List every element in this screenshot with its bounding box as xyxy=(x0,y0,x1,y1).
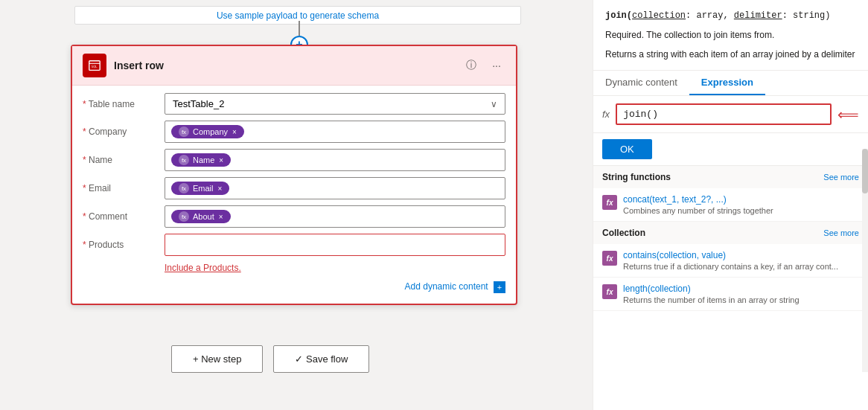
func-name-doc: join( xyxy=(605,10,632,21)
func-colon2: : string) xyxy=(782,10,831,21)
email-label: * Email xyxy=(83,183,165,193)
chevron-down-icon: ∨ xyxy=(491,99,497,109)
email-wrapper: fx Email × xyxy=(165,177,505,199)
svg-text:SQL: SQL xyxy=(92,65,98,68)
expression-input[interactable] xyxy=(616,103,832,125)
name-tag-label: Name xyxy=(193,156,214,164)
func-param2: delimiter xyxy=(734,10,782,21)
tab-dynamic-label: Dynamic content xyxy=(605,77,677,88)
func-desc1: Required. The collection to join items f… xyxy=(605,28,856,42)
tab-expression-label: Expression xyxy=(701,77,753,88)
bottom-buttons: + New step ✓ Save flow xyxy=(171,345,369,373)
tag-fx-icon-4: fx xyxy=(179,211,189,222)
table-name-value: TestTable_2 xyxy=(173,98,224,109)
add-dynamic-link[interactable]: Add dynamic content + xyxy=(405,281,505,292)
name-row: * Name fx Name × xyxy=(83,149,505,171)
contains-name: contains(collection, value) xyxy=(623,250,838,260)
email-tag-label: Email xyxy=(193,184,214,193)
length-info: length(collection) Returns the number of… xyxy=(623,284,800,304)
right-panel: join(collection: array, delimiter: strin… xyxy=(593,0,868,410)
add-dynamic-plus-icon: + xyxy=(494,281,505,293)
concat-function-item[interactable]: fx concat(text_1, text_2?, ...) Combines… xyxy=(593,188,868,222)
sql-svg: SQL xyxy=(88,59,101,72)
string-functions-header: String functions See more xyxy=(593,166,868,188)
info-button[interactable]: ⓘ xyxy=(462,57,480,74)
name-input[interactable]: fx Name × xyxy=(165,149,505,171)
length-desc: Returns the number of items in an array … xyxy=(623,295,800,304)
length-function-item[interactable]: fx length(collection) Returns the number… xyxy=(593,278,868,311)
name-tag: fx Name × xyxy=(171,153,231,167)
contains-fx-icon: fx xyxy=(602,251,617,266)
concat-name: concat(text_1, text_2?, ...) xyxy=(623,194,773,205)
func-colon1: : array, xyxy=(686,10,734,21)
include-products-link[interactable]: Include a Products. xyxy=(165,263,241,273)
comment-wrapper: fx About × xyxy=(165,205,505,228)
table-name-select[interactable]: TestTable_2 ∨ xyxy=(165,93,505,115)
email-row: * Email fx Email × xyxy=(83,177,505,199)
left-panel: Use sample payload to generate schema + … xyxy=(0,0,593,410)
table-name-label: * Table name xyxy=(83,99,165,109)
length-name: length(collection) xyxy=(623,284,800,294)
comment-tag: fx About × xyxy=(171,210,231,223)
length-fx-icon: fx xyxy=(602,284,617,299)
products-row: * Products xyxy=(83,234,505,256)
tag-fx-icon-2: fx xyxy=(179,155,189,165)
sample-payload-link[interactable]: Use sample payload to generate schema xyxy=(217,10,379,21)
tab-bar: Dynamic content Expression xyxy=(593,71,868,96)
company-input[interactable]: fx Company × xyxy=(165,121,505,143)
card-header: SQL Insert row ⓘ ··· xyxy=(72,46,516,86)
more-button[interactable]: ··· xyxy=(488,57,505,74)
ok-button-row: OK xyxy=(593,133,868,166)
company-tag-label: Company xyxy=(193,127,228,136)
company-wrapper: fx Company × xyxy=(165,121,505,143)
save-flow-button[interactable]: ✓ Save flow xyxy=(273,345,369,373)
string-functions-title: String functions xyxy=(602,172,671,182)
contains-function-item[interactable]: fx contains(collection, value) Returns t… xyxy=(593,244,868,278)
card-actions: ⓘ ··· xyxy=(462,57,505,74)
functions-section: String functions See more fx concat(text… xyxy=(593,166,868,410)
ok-button[interactable]: OK xyxy=(602,139,652,159)
new-step-button[interactable]: + New step xyxy=(171,345,263,373)
products-input[interactable] xyxy=(165,234,505,256)
comment-label: * Comment xyxy=(83,211,165,222)
name-label: * Name xyxy=(83,155,165,165)
func-desc2: Returns a string with each item of an ar… xyxy=(605,48,856,61)
table-name-row: * Table name TestTable_2 ∨ xyxy=(83,93,505,115)
concat-info: concat(text_1, text_2?, ...) Combines an… xyxy=(623,194,773,215)
func-signature: join(collection: array, delimiter: strin… xyxy=(605,9,856,22)
company-tag: fx Company × xyxy=(171,125,244,138)
email-tag-close[interactable]: × xyxy=(218,185,223,193)
scrollbar-track xyxy=(862,149,868,372)
company-label: * Company xyxy=(83,126,165,137)
comment-tag-close[interactable]: × xyxy=(219,213,223,221)
comment-input[interactable]: fx About × xyxy=(165,205,505,228)
card-title: Insert row xyxy=(114,60,462,71)
name-tag-close[interactable]: × xyxy=(219,156,223,164)
concat-fx-icon: fx xyxy=(602,195,617,210)
contains-info: contains(collection, value) Returns true… xyxy=(623,250,838,271)
scrollbar-thumb[interactable] xyxy=(862,149,868,193)
tab-dynamic-content[interactable]: Dynamic content xyxy=(593,71,689,95)
concat-desc: Combines any number of strings together xyxy=(623,206,773,215)
string-functions-see-more[interactable]: See more xyxy=(823,173,859,182)
add-dynamic-row: Add dynamic content + xyxy=(83,276,505,296)
company-tag-close[interactable]: × xyxy=(232,128,237,136)
comment-tag-label: About xyxy=(193,212,214,221)
email-tag: fx Email × xyxy=(171,182,229,195)
products-wrapper xyxy=(165,234,505,256)
products-label: * Products xyxy=(83,240,165,250)
sql-icon: SQL xyxy=(83,54,106,77)
add-dynamic-label: Add dynamic content xyxy=(405,281,488,292)
arrow-indicator: ⟸ xyxy=(837,106,859,124)
tab-expression[interactable]: Expression xyxy=(689,71,765,95)
function-doc: join(collection: array, delimiter: strin… xyxy=(593,0,868,71)
expression-input-row: fx ⟸ xyxy=(602,103,859,125)
func-param1: collection xyxy=(632,10,686,21)
comment-row: * Comment fx About × xyxy=(83,205,505,228)
collection-see-more[interactable]: See more xyxy=(823,228,859,237)
email-input[interactable]: fx Email × xyxy=(165,177,505,199)
company-row: * Company fx Company × xyxy=(83,121,505,143)
name-wrapper: fx Name × xyxy=(165,149,505,171)
collection-header: Collection See more xyxy=(593,222,868,244)
contains-desc: Returns true if a dictionary contains a … xyxy=(623,262,838,271)
